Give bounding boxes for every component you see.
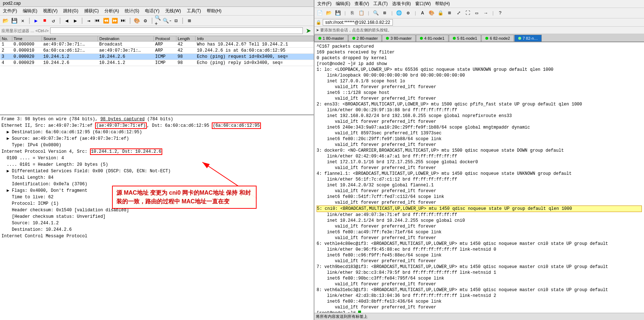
- expand2-btn[interactable]: ⤢: [455, 9, 463, 17]
- menu-phone[interactable]: 电话(Y): [143, 8, 161, 14]
- pkt-info: Who has 10.244.2.6? Tell 10.244.2.1: [196, 42, 314, 48]
- settings-btn[interactable]: ⚙: [404, 9, 412, 17]
- col-info[interactable]: Info: [196, 36, 314, 42]
- packet-row[interactable]: 2 0.000010 6a:60:ca:d6:12:… ae:49:07:3e:…: [0, 48, 314, 54]
- restart-btn[interactable]: ↺: [50, 17, 57, 25]
- globe-btn[interactable]: 🌐: [395, 9, 403, 17]
- new-session-btn[interactable]: 📄: [316, 9, 324, 17]
- menu-analyze[interactable]: 分析(A): [103, 8, 120, 14]
- terminal-line: inet 192.168.0.82/24 brd 192.168.0.255 s…: [317, 113, 642, 119]
- col-no[interactable]: No.: [0, 36, 12, 42]
- terminal-line: link/ether 92:bc:c3:84:79:5f brd ff:ff:f…: [317, 270, 642, 276]
- packet-row[interactable]: 3 0.000020 10.244.1.2 10.244.2.6 ICMP 98…: [0, 54, 314, 60]
- title-bar: pod2.cap: [0, 0, 314, 7]
- terminal-line: 5: cni0: <BROADCAST,MULTICAST,UP,LOWER_U…: [317, 206, 642, 212]
- right-menu-tools[interactable]: 工具(T): [373, 1, 387, 7]
- col-src[interactable]: Source: [42, 36, 98, 42]
- menu-view[interactable]: 视图(V): [42, 8, 59, 14]
- col-time[interactable]: Time: [12, 36, 42, 42]
- terminal-line: inet6 fe80::20c:29ff:fe9f:1b88/64 scope …: [317, 136, 642, 142]
- find-btn[interactable]: ⊞: [381, 9, 389, 17]
- menu-wireless[interactable]: 无线(W): [164, 8, 182, 14]
- right-menu-tabs[interactable]: 选项卡(B): [392, 1, 411, 7]
- annotation-box: 源 MAC地址 变更为 cni0 网卡的MAC地址 保持 和封装的一致，路由的过…: [112, 186, 257, 209]
- back-btn[interactable]: ◀: [63, 17, 71, 25]
- right-menu-view[interactable]: 查看(V): [355, 1, 369, 7]
- filter-input[interactable]: [50, 27, 303, 34]
- menu-edit[interactable]: 编辑(E): [21, 8, 39, 14]
- prefs-btn[interactable]: ⚙: [141, 17, 149, 25]
- address-icon: 🔒: [316, 20, 321, 25]
- right-menu-edit[interactable]: 编辑(E): [336, 1, 350, 7]
- color-rules-btn[interactable]: 🎨: [133, 17, 141, 25]
- col-dst[interactable]: Destination: [98, 36, 154, 42]
- paste-btn[interactable]: 📋: [357, 9, 365, 17]
- grid-btn[interactable]: ⊞: [446, 9, 454, 17]
- start-capture-btn[interactable]: ▶: [32, 17, 40, 25]
- zoom-out-btn[interactable]: 🔍-: [163, 17, 171, 25]
- tab-3[interactable]: 4 81-node1: [416, 35, 448, 42]
- right-menu-help[interactable]: 帮助(H): [435, 1, 450, 7]
- expand-btn[interactable]: ⊞: [185, 17, 193, 25]
- detail-frame-line: Frame 3: 98 bytes on wire (784 bits), 98…: [1, 116, 312, 122]
- tab-6[interactable]: 7 82-n…: [514, 35, 542, 42]
- pkt-no: 4: [0, 60, 12, 66]
- menu-capture[interactable]: 捕获(C): [83, 8, 100, 14]
- menu-tools[interactable]: 工具(T): [185, 8, 202, 14]
- filter-apply-btn[interactable]: ➤: [304, 27, 312, 35]
- menu-file[interactable]: 文件(F): [1, 8, 18, 14]
- right-menu-file[interactable]: 文件(F): [317, 1, 331, 7]
- next-btn[interactable]: ⏩: [111, 17, 119, 25]
- menu-help[interactable]: 帮助(H): [205, 8, 223, 14]
- lock-btn[interactable]: 🔒: [437, 9, 445, 17]
- src-mac-highlight: (ae:49:07:3e:71:ef): [95, 122, 147, 129]
- tab-2[interactable]: 3 80-master: [382, 35, 416, 42]
- col-proto[interactable]: Protocol: [154, 36, 176, 42]
- minimize-btn[interactable]: ▭: [473, 9, 481, 17]
- col-len[interactable]: Length: [176, 36, 196, 42]
- tab-5[interactable]: 6 82-node2: [481, 35, 514, 42]
- tab-4[interactable]: 5 81-node1: [449, 35, 481, 42]
- save-file-btn[interactable]: 💾: [334, 9, 342, 17]
- terminal-line: valid_lft forever preferred_lft forever: [317, 258, 642, 264]
- wireshark-panel: pod2.cap 文件(F) 编辑(E) 视图(V) 跳转(G) 捕获(C) 分…: [0, 0, 314, 320]
- zoom-fit-btn[interactable]: ⊡: [172, 17, 180, 25]
- save-btn[interactable]: 💾: [10, 17, 18, 25]
- terminal-content[interactable]: ^C167 packets captured169 packets receiv…: [314, 42, 644, 313]
- left-toolbar: 📂 💾 ✕ | ▶ ■ ↺ | ◀ ▶ | ⇥ ⏮ ⏪ ⏩ ⏭ | 🎨 ⚙ | …: [0, 16, 314, 26]
- menu-stats[interactable]: 统计(S): [123, 8, 141, 14]
- search-right-btn[interactable]: 🔍: [372, 9, 380, 17]
- last-btn[interactable]: ⏭: [119, 17, 127, 25]
- color2-btn[interactable]: 🎨: [428, 9, 435, 17]
- packet-row[interactable]: 4 0.000029 10.244.2.6 10.244.1.2 ICMP 98…: [0, 60, 314, 66]
- tab-0[interactable]: 1 80-master: [314, 35, 348, 42]
- goto-btn[interactable]: ⇥: [85, 17, 93, 25]
- open-btn[interactable]: 📂: [1, 17, 9, 25]
- pkt-src: 10.244.1.2: [42, 54, 98, 60]
- font-btn[interactable]: A: [418, 9, 426, 17]
- pkt-dst: Broadcast: [98, 42, 154, 48]
- close-btn[interactable]: ✕: [19, 17, 27, 25]
- pkt-no: 2: [0, 48, 12, 54]
- open-file-btn[interactable]: 📂: [325, 9, 333, 17]
- tab-label: 3 80-master: [390, 36, 412, 40]
- terminal-line: inet 127.0.0.1/8 scope host lo: [317, 78, 642, 84]
- tab-1[interactable]: 2 80-master: [348, 35, 382, 42]
- packet-row[interactable]: 1 0.000000 ae:49:07:3e:71:… Broadcast AR…: [0, 42, 314, 48]
- detail-remaining-9: [Header checksum status: Unverified]: [1, 213, 312, 220]
- detail-remaining-11: Destination: 10.244.2.6: [1, 226, 312, 233]
- arrow-btn[interactable]: →: [482, 9, 490, 17]
- pkt-time: 0.000010: [12, 48, 42, 54]
- prev-btn[interactable]: ⏪: [102, 17, 110, 25]
- first-btn[interactable]: ⏮: [93, 17, 101, 25]
- menu-goto[interactable]: 跳转(G): [62, 8, 80, 14]
- stop-btn[interactable]: ■: [41, 17, 49, 25]
- fwd-btn[interactable]: ▶: [72, 17, 80, 25]
- help-btn2[interactable]: ?: [496, 9, 504, 17]
- copy-btn[interactable]: ⎘: [348, 9, 356, 17]
- pkt-dst: 10.244.2.6: [98, 54, 154, 60]
- full-btn[interactable]: ⛶: [464, 9, 472, 17]
- pkt-proto: ICMP: [154, 54, 176, 60]
- right-menu-window[interactable]: 窗口(W): [415, 1, 431, 7]
- zoom-in-btn[interactable]: 🔍+: [155, 17, 163, 25]
